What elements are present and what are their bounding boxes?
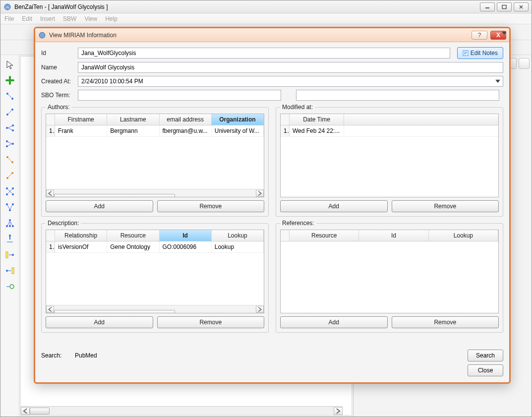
reaction-tool-5[interactable] (3, 153, 16, 166)
cell-resource[interactable]: Gene Ontology (107, 241, 159, 252)
authors-add-button[interactable]: Add (46, 200, 153, 212)
cursor-tool[interactable] (3, 58, 16, 71)
cell-lastname[interactable]: Bergmann (107, 125, 159, 136)
id-label: Id (41, 50, 74, 57)
col-id[interactable]: Id (359, 230, 428, 241)
col-lookup[interactable]: Lookup (212, 230, 264, 241)
panel-close-icon[interactable] (519, 58, 530, 69)
menu-help[interactable]: Help (105, 15, 118, 22)
grid-corner (46, 230, 55, 241)
close-button[interactable]: Close (468, 364, 503, 376)
add-species-tool[interactable] (3, 74, 16, 87)
description-remove-button[interactable]: Remove (157, 316, 265, 328)
cell-relationship[interactable]: isVersionOf (55, 241, 107, 252)
svg-point-23 (9, 209, 11, 211)
boundary-left-tool[interactable] (3, 248, 16, 261)
references-legend: References: (280, 220, 316, 227)
reaction-tool-8[interactable] (3, 201, 16, 214)
modified-row[interactable]: 1 Wed Feb 24 22:... (281, 125, 498, 137)
svg-point-17 (6, 187, 8, 189)
modified-legend: Modified at: (280, 104, 315, 111)
cell-firstname[interactable]: Frank (55, 125, 107, 136)
col-relationship[interactable]: Relationship (55, 230, 107, 241)
menu-sbw[interactable]: SBW (63, 15, 76, 22)
scroll-left-icon[interactable] (21, 407, 30, 415)
svg-point-7 (6, 127, 8, 129)
name-field[interactable]: JanaWolf Glycolysis (78, 62, 503, 73)
references-add-button[interactable]: Add (280, 316, 388, 328)
canvas-h-scrollbar[interactable] (21, 406, 343, 415)
main-titlebar: BenZaiTen - [ JanaWolf Glycolysis ] (0, 0, 532, 13)
cell-datetime[interactable]: Wed Feb 24 22:... (290, 125, 344, 136)
svg-point-28 (9, 235, 11, 237)
svg-point-32 (6, 270, 8, 272)
col-resource[interactable]: Resource (107, 230, 159, 241)
authors-row[interactable]: 1 Frank Bergmann fbergman@u.w... Univers… (46, 125, 264, 137)
svg-point-30 (12, 254, 14, 256)
dialog-help-button[interactable]: ? (472, 31, 487, 40)
modified-grid[interactable]: Date Time 1 Wed Feb 24 22:... (280, 114, 499, 197)
svg-point-34 (39, 32, 45, 38)
col-email[interactable]: email address (160, 114, 212, 125)
modified-add-button[interactable]: Add (280, 200, 388, 212)
reaction-tool-3[interactable] (3, 121, 16, 134)
reaction-tool-4[interactable] (3, 137, 16, 150)
search-label: Search: (41, 352, 71, 359)
description-h-scrollbar[interactable] (46, 305, 264, 313)
minimize-button[interactable] (480, 2, 495, 11)
edit-notes-button[interactable]: Edit Notes (457, 47, 503, 59)
reaction-tool-9[interactable] (3, 217, 16, 230)
scroll-right-icon[interactable] (256, 306, 264, 313)
menu-file[interactable]: File (4, 15, 14, 22)
menu-edit[interactable]: Edit (22, 15, 32, 22)
reaction-tool-6[interactable] (3, 169, 16, 182)
modified-remove-button[interactable]: Remove (392, 200, 499, 212)
svg-point-15 (6, 177, 8, 179)
svg-point-24 (9, 219, 11, 221)
authors-grid[interactable]: Firstname Lastname email address Organiz… (46, 114, 264, 197)
scroll-right-icon[interactable] (256, 190, 264, 197)
close-window-button[interactable] (514, 2, 529, 11)
svg-rect-2 (502, 5, 506, 8)
search-source-combo[interactable]: PubMed (75, 352, 219, 359)
scroll-right-icon[interactable] (334, 407, 343, 415)
authors-h-scrollbar[interactable] (46, 189, 264, 197)
menu-insert[interactable]: Insert (40, 15, 55, 22)
svg-point-18 (12, 187, 14, 189)
reaction-tool-10[interactable] (3, 233, 16, 245)
col-firstname[interactable]: Firstname (55, 114, 107, 125)
authors-remove-button[interactable]: Remove (157, 200, 265, 212)
col-lastname[interactable]: Lastname (107, 114, 159, 125)
col-lookup[interactable]: Lookup (429, 230, 498, 241)
cell-email[interactable]: fbergman@u.w... (160, 125, 212, 136)
authors-legend: Authors: (46, 104, 72, 111)
search-button[interactable]: Search (468, 350, 503, 361)
maximize-button[interactable] (497, 2, 512, 11)
scroll-left-icon[interactable] (46, 190, 54, 197)
reaction-tool-1[interactable] (3, 90, 16, 103)
cell-lookup[interactable]: Lookup (212, 241, 264, 252)
cell-id[interactable]: GO:0006096 (160, 241, 212, 252)
id-field[interactable]: Jana_WolfGlycolysis (78, 48, 450, 59)
references-remove-button[interactable]: Remove (392, 316, 499, 328)
boundary-right-tool[interactable] (3, 264, 16, 277)
references-grid[interactable]: Resource Id Lookup (280, 230, 499, 313)
created-at-field[interactable]: 2/24/2010 10:00:54 PM (78, 76, 503, 87)
svg-point-27 (9, 225, 11, 227)
reaction-tool-7[interactable] (3, 185, 16, 198)
col-resource[interactable]: Resource (290, 230, 359, 241)
col-id[interactable]: Id (160, 230, 212, 241)
scroll-left-icon[interactable] (46, 306, 54, 313)
sbo-term-field[interactable] (78, 90, 281, 101)
degradation-tool[interactable] (3, 280, 16, 293)
description-grid[interactable]: Relationship Resource Id Lookup 1 isVers… (46, 230, 264, 313)
cell-organization[interactable]: University of W... (212, 125, 264, 136)
sbo-term-display[interactable] (296, 90, 499, 101)
menu-view[interactable]: View (84, 15, 97, 22)
col-datetime[interactable]: Date Time (290, 114, 344, 125)
description-row[interactable]: 1 isVersionOf Gene Ontology GO:0006096 L… (46, 241, 264, 253)
chevron-down-icon[interactable] (494, 77, 502, 85)
col-organization[interactable]: Organization (212, 114, 264, 125)
description-add-button[interactable]: Add (46, 316, 153, 328)
reaction-tool-2[interactable] (3, 106, 16, 119)
